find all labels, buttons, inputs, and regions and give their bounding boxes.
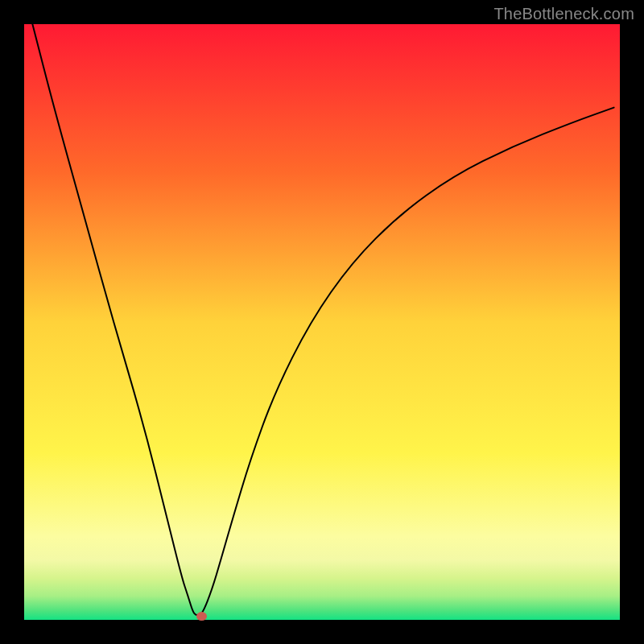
watermark-text: TheBottleneck.com xyxy=(493,5,634,23)
min-marker xyxy=(196,612,207,621)
chart-container: TheBottleneck.com xyxy=(0,0,644,644)
chart-svg xyxy=(0,0,644,644)
